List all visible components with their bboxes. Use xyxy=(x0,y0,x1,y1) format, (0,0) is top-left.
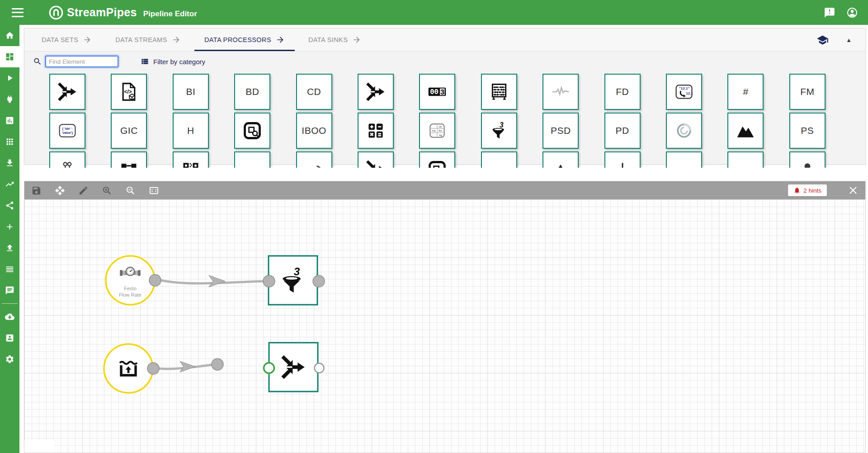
sidebar-item-pipelines[interactable] xyxy=(0,67,19,89)
element-tile-person[interactable] xyxy=(789,151,826,168)
element-tile-counter[interactable] xyxy=(419,74,455,110)
element-tile-code-document[interactable] xyxy=(111,74,147,110)
tab-data-sinks[interactable]: DATA SINKS xyxy=(297,28,373,51)
element-tile-cd[interactable]: CD xyxy=(296,74,332,110)
save-pipeline-button[interactable] xyxy=(31,185,42,196)
element-tile-blank-1[interactable] xyxy=(234,151,270,168)
element-tile-signal[interactable] xyxy=(542,74,579,110)
element-tile-bi[interactable]: BI xyxy=(173,74,209,110)
element-tile-fm[interactable]: FM xyxy=(789,74,826,110)
element-tile-qr-codes[interactable] xyxy=(173,151,209,168)
element-tile-fd[interactable]: FD xyxy=(604,74,641,110)
collapse-panel-button[interactable]: ▲ xyxy=(846,37,852,43)
endpoint-dangling[interactable] xyxy=(212,359,223,370)
element-tile-ps[interactable]: PS xyxy=(789,113,826,149)
sidebar-item-file-download[interactable] xyxy=(0,152,19,174)
element-tile-scan[interactable] xyxy=(234,113,270,149)
tutorial-icon[interactable] xyxy=(816,34,829,46)
element-tile-unit-converter[interactable] xyxy=(419,113,455,149)
element-tile-blank-2[interactable] xyxy=(481,151,517,168)
element-tile-json-path[interactable] xyxy=(49,113,85,149)
feedback-icon[interactable] xyxy=(824,7,835,19)
sidebar-item-data-explorer[interactable] xyxy=(0,174,19,195)
element-tile-arc[interactable] xyxy=(296,151,332,168)
endpoint-stream1-output[interactable] xyxy=(149,274,161,286)
element-tile-merge[interactable] xyxy=(49,74,85,110)
sidebar-item-logs[interactable] xyxy=(0,259,19,280)
element-tile-linked-boxes[interactable] xyxy=(111,151,147,168)
tabs-container: DATA SETSDATA STREAMSDATA PROCESSORSDATA… xyxy=(30,28,373,51)
hints-button[interactable]: 2 hints xyxy=(788,184,827,196)
endpoint-stream2-output[interactable] xyxy=(147,363,159,374)
element-tile-blank-3[interactable] xyxy=(666,151,702,168)
element-tile-hash[interactable]: # xyxy=(727,74,764,110)
search-input[interactable] xyxy=(45,56,118,67)
element-tile-marker[interactable] xyxy=(604,151,641,168)
menu-button[interactable] xyxy=(12,8,24,17)
tile-label: GIC xyxy=(120,125,138,136)
sidebar-item-file-upload[interactable] xyxy=(0,237,19,259)
tab-label: DATA STREAMS xyxy=(115,36,167,43)
element-tile-swirl[interactable] xyxy=(666,113,702,149)
fit-screen-icon xyxy=(149,185,159,196)
sidebar-item-notifications[interactable] xyxy=(0,280,19,301)
sidebar-item-pipeline-editor[interactable] xyxy=(0,46,19,67)
connection-arrow-icon xyxy=(209,275,225,287)
sidebar-item-share[interactable] xyxy=(0,195,19,216)
endpoint-filter-output[interactable] xyxy=(313,275,325,287)
element-tile-iboo[interactable]: IBOO xyxy=(296,113,332,149)
edit-mode-button[interactable] xyxy=(78,185,89,196)
element-tile-scan-2[interactable] xyxy=(419,151,455,168)
palette-search-row: Filter by category xyxy=(24,52,865,71)
sidebar-item-connect[interactable] xyxy=(0,89,19,110)
account-icon[interactable] xyxy=(846,7,858,19)
zoom-out-button[interactable] xyxy=(125,185,136,196)
element-grid: BIBDCDFD#FMGICHIBOOPSDPDPS xyxy=(24,71,865,168)
sidebar-item-add[interactable] xyxy=(0,216,19,237)
header-actions xyxy=(824,7,858,19)
element-tile-calculator[interactable] xyxy=(358,113,394,149)
node-numerical-filter[interactable] xyxy=(269,256,317,305)
element-tile-gic[interactable]: GIC xyxy=(111,113,147,149)
sidebar-item-settings[interactable] xyxy=(0,349,19,370)
pipeline-canvas[interactable]: Festo Flow Rate xyxy=(24,199,865,453)
element-tile-triangle[interactable] xyxy=(542,151,579,168)
element-tile-merge-2[interactable] xyxy=(358,74,394,110)
close-pipeline-button[interactable] xyxy=(848,185,858,195)
filter-by-category-button[interactable]: Filter by category xyxy=(140,57,205,66)
node-merge[interactable] xyxy=(269,343,318,392)
endpoint-merge-input[interactable] xyxy=(264,363,274,373)
pencil-icon xyxy=(78,185,89,196)
sidebar-item-apps[interactable] xyxy=(0,131,19,152)
tab-data-processors[interactable]: DATA PROCESSORS xyxy=(193,28,297,51)
endpoint-filter-input[interactable] xyxy=(263,275,275,287)
play-icon xyxy=(5,73,14,83)
element-tile-merge-3[interactable] xyxy=(358,151,394,168)
sidebar-item-dashboard[interactable] xyxy=(0,110,19,131)
node-water-tank-stream[interactable] xyxy=(104,344,153,393)
element-tile-h[interactable]: H xyxy=(173,113,209,149)
element-tile-bd[interactable]: BD xyxy=(234,74,270,110)
element-tile-numerical-filter[interactable] xyxy=(481,113,517,149)
home-icon xyxy=(5,31,14,40)
zoom-in-button[interactable] xyxy=(102,185,112,196)
element-tile-blank-4[interactable] xyxy=(727,151,764,168)
tab-data-sets[interactable]: DATA SETS xyxy=(30,28,104,51)
element-tile-peak-detection[interactable] xyxy=(727,113,764,149)
funnel3-icon xyxy=(489,121,509,141)
sidebar-item-home[interactable] xyxy=(0,25,19,46)
element-tile-pd[interactable]: PD xyxy=(604,113,641,149)
element-tile-abacus[interactable] xyxy=(481,74,517,110)
node-festo-flow-rate[interactable]: Festo Flow Rate xyxy=(106,256,155,305)
tile-label: # xyxy=(743,86,748,97)
pan-mode-button[interactable] xyxy=(55,185,65,196)
tab-data-streams[interactable]: DATA STREAMS xyxy=(104,28,193,51)
vline-icon xyxy=(613,160,632,168)
sidebar-item-install-elements[interactable] xyxy=(0,306,19,327)
element-tile-string-to-number[interactable] xyxy=(666,74,702,110)
sidebar-item-profile[interactable] xyxy=(0,327,19,349)
fit-to-screen-button[interactable] xyxy=(149,185,159,196)
element-tile-pins[interactable] xyxy=(49,151,85,168)
element-tile-psd[interactable]: PSD xyxy=(542,113,579,149)
endpoint-merge-output[interactable] xyxy=(315,363,324,373)
